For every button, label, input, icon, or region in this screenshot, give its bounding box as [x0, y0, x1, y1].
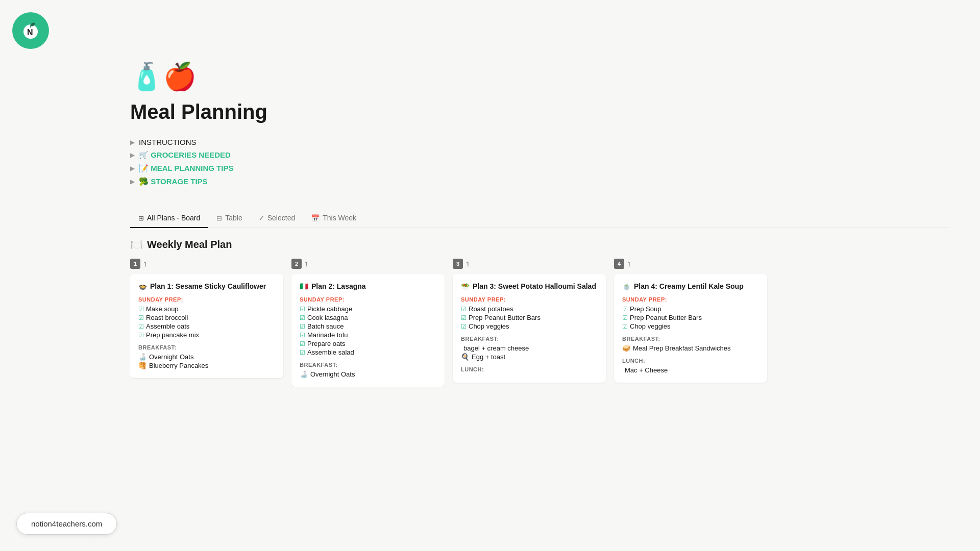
- toggle-arrow: ▶: [130, 139, 135, 146]
- check-item: ☑Roast potatoes: [461, 305, 598, 313]
- check-item: ☑Chop veggies: [461, 322, 598, 331]
- breakfast-label-4: BREAKFAST:: [622, 336, 759, 342]
- column-header-2: 2 1: [291, 259, 445, 269]
- tab-selected-label: Selected: [267, 214, 295, 222]
- column-header-1: 1 1: [130, 259, 283, 269]
- main-content: 🧴🍎 Meal Planning ▶ INSTRUCTIONS ▶ 🛒 GROC…: [89, 0, 980, 407]
- check-item: ☑Prep Soup: [622, 305, 759, 313]
- board-icon: ⊞: [138, 214, 144, 222]
- column-number-3: 3: [453, 259, 463, 269]
- tab-board-label: All Plans - Board: [147, 214, 200, 222]
- board: 1 1 🍲 Plan 1: Sesame Sticky Cauliflower …: [130, 259, 949, 387]
- website-badge: notion4teachers.com: [16, 513, 117, 535]
- lunch-label-3: LUNCH:: [461, 366, 598, 372]
- breakfast-label-2: BREAKFAST:: [300, 362, 436, 368]
- page-icon: 🧴🍎: [130, 61, 949, 92]
- website-label: notion4teachers.com: [31, 519, 102, 528]
- board-column-1: 1 1 🍲 Plan 1: Sesame Sticky Cauliflower …: [130, 259, 283, 387]
- section-emoji: 🍽️: [130, 238, 143, 251]
- check-item: ☑Prep pancake mix: [138, 331, 275, 339]
- column-count-4: 1: [627, 260, 631, 268]
- logo[interactable]: N: [12, 12, 49, 49]
- section-heading-label: Weekly Meal Plan: [147, 239, 232, 251]
- card-emoji-1: 🍲: [138, 282, 147, 290]
- check-item: ☑Pickle cabbage: [300, 305, 436, 313]
- page-title: Meal Planning: [130, 101, 949, 123]
- column-number-4: 4: [614, 259, 624, 269]
- card-title-3: 🥗 Plan 3: Sweet Potato Halloumi Salad: [461, 282, 598, 290]
- toggle-tips[interactable]: ▶ 📝 MEAL PLANNING TIPS: [130, 162, 949, 175]
- check-item: ☑Cook lasagna: [300, 313, 436, 322]
- check-item: ☑Make soup: [138, 305, 275, 313]
- board-column-2: 2 1 🇮🇹 Plan 2: Lasagna SUNDAY PREP: ☑Pic…: [291, 259, 445, 387]
- meal-item: 🍶Overnight Oats: [138, 353, 275, 361]
- check-item: ☑Batch sauce: [300, 322, 436, 331]
- column-number-1: 1: [130, 259, 140, 269]
- calendar-icon: 📅: [311, 214, 320, 222]
- meal-item: bagel + cream cheese: [461, 344, 598, 353]
- sunday-label-1: SUNDAY PREP:: [138, 296, 275, 303]
- sunday-label-3: SUNDAY PREP:: [461, 296, 598, 303]
- check-item: ☑Roast broccoli: [138, 313, 275, 322]
- toggle-label: 🛒 GROCERIES NEEDED: [139, 151, 231, 160]
- check-item: ☑Marinade tofu: [300, 331, 436, 339]
- table-icon: ⊟: [216, 214, 222, 222]
- tab-thisweek[interactable]: 📅 This Week: [303, 209, 364, 228]
- board-column-4: 4 1 🍵 Plan 4: Creamy Lentil Kale Soup SU…: [614, 259, 767, 387]
- breakfast-label-3: BREAKFAST:: [461, 336, 598, 342]
- tab-board[interactable]: ⊞ All Plans - Board: [130, 209, 208, 228]
- meal-item: 🥪Meal Prep Breakfast Sandwiches: [622, 344, 759, 353]
- card-title-2: 🇮🇹 Plan 2: Lasagna: [300, 282, 436, 290]
- card-2[interactable]: 🇮🇹 Plan 2: Lasagna SUNDAY PREP: ☑Pickle …: [291, 274, 445, 387]
- column-count-1: 1: [143, 260, 147, 268]
- card-title-1: 🍲 Plan 1: Sesame Sticky Cauliflower: [138, 282, 275, 290]
- tab-selected[interactable]: ✓ Selected: [251, 209, 303, 228]
- toggle-storage[interactable]: ▶ 🥦 STORAGE TIPS: [130, 175, 949, 188]
- card-title-4: 🍵 Plan 4: Creamy Lentil Kale Soup: [622, 282, 759, 290]
- column-count-3: 1: [466, 260, 470, 268]
- breakfast-label-1: BREAKFAST:: [138, 344, 275, 350]
- tabs-bar: ⊞ All Plans - Board ⊟ Table ✓ Selected 📅…: [130, 209, 949, 228]
- meal-item: 🥞Blueberry Pancakes: [138, 361, 275, 370]
- toggle-label: 📝 MEAL PLANNING TIPS: [139, 164, 233, 173]
- sunday-label-2: SUNDAY PREP:: [300, 296, 436, 303]
- sidebar: [0, 0, 89, 551]
- toggle-arrow: ▶: [130, 165, 135, 172]
- toggle-label: 🥦 STORAGE TIPS: [139, 177, 208, 186]
- check-item: ☑Prep Peanut Butter Bars: [461, 313, 598, 322]
- card-4[interactable]: 🍵 Plan 4: Creamy Lentil Kale Soup SUNDAY…: [614, 274, 767, 383]
- meal-item: 🍳Egg + toast: [461, 353, 598, 361]
- toggle-list: ▶ INSTRUCTIONS ▶ 🛒 GROCERIES NEEDED ▶ 📝 …: [130, 136, 949, 188]
- toggle-groceries[interactable]: ▶ 🛒 GROCERIES NEEDED: [130, 148, 949, 162]
- tab-table[interactable]: ⊟ Table: [208, 209, 250, 228]
- column-header-3: 3 1: [453, 259, 606, 269]
- card-emoji-3: 🥗: [461, 282, 470, 290]
- tab-table-label: Table: [225, 214, 242, 222]
- card-emoji-2: 🇮🇹: [300, 282, 308, 290]
- toggle-arrow: ▶: [130, 178, 135, 185]
- svg-text:N: N: [27, 28, 33, 37]
- section-heading: 🍽️ Weekly Meal Plan: [130, 238, 949, 251]
- lunch-label-4: LUNCH:: [622, 358, 759, 364]
- card-1[interactable]: 🍲 Plan 1: Sesame Sticky Cauliflower SUND…: [130, 274, 283, 378]
- card-3[interactable]: 🥗 Plan 3: Sweet Potato Halloumi Salad SU…: [453, 274, 606, 383]
- toggle-arrow: ▶: [130, 152, 135, 159]
- check-item: ☑Assemble oats: [138, 322, 275, 331]
- check-item: ☑Assemble salad: [300, 348, 436, 357]
- check-item: ☑Chop veggies: [622, 322, 759, 331]
- board-column-3: 3 1 🥗 Plan 3: Sweet Potato Halloumi Sala…: [453, 259, 606, 387]
- toggle-label: INSTRUCTIONS: [139, 138, 197, 146]
- toggle-instructions[interactable]: ▶ INSTRUCTIONS: [130, 136, 949, 148]
- meal-item: 🍶Overnight Oats: [300, 370, 436, 379]
- selected-icon: ✓: [259, 214, 264, 222]
- column-header-4: 4 1: [614, 259, 767, 269]
- column-count-2: 1: [305, 260, 308, 268]
- meal-item: Mac + Cheese: [622, 366, 759, 374]
- sunday-label-4: SUNDAY PREP:: [622, 296, 759, 303]
- tab-thisweek-label: This Week: [323, 214, 356, 222]
- check-item: ☑Prepare oats: [300, 339, 436, 348]
- card-emoji-4: 🍵: [622, 282, 631, 290]
- check-item: ☑Prep Peanut Butter Bars: [622, 313, 759, 322]
- column-number-2: 2: [291, 259, 302, 269]
